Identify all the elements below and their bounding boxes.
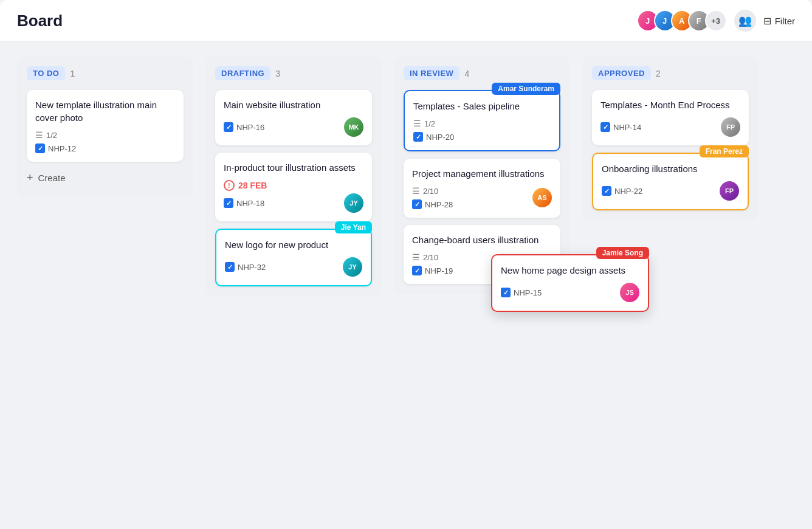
card-avatar-nhp16: MK: [344, 117, 363, 137]
card-id-row-nhp18: NHP-18: [224, 198, 264, 208]
card-id-nhp28: NHP-28: [425, 200, 453, 209]
card-id-nhp12: NHP-12: [48, 144, 76, 153]
card-title-nhp15: New home page design assets: [501, 264, 639, 277]
card-id-nhp18: NHP-18: [236, 199, 264, 208]
card-nhp12[interactable]: New template illustration main cover pho…: [27, 90, 184, 162]
card-avatar-nhp22: FP: [720, 181, 739, 201]
card-subtask-nhp19: ☰ 2/10: [412, 252, 453, 262]
header: Board J J A F +3 👥: [0, 0, 812, 42]
card-title-nhp22: Onboarding illustrations: [602, 162, 739, 175]
card-title-nhp14: Templates - Month End Process: [600, 99, 740, 111]
card-id-row-nhp32: NHP-32: [225, 262, 266, 272]
card-nhp28[interactable]: Project management illustrations ☰ 2/10 …: [404, 159, 560, 218]
card-nhp18[interactable]: In-product tour illustration assets ! 28…: [215, 153, 372, 221]
card-nhp16[interactable]: Main website illustration NHP-16 MK: [215, 90, 372, 145]
page-title: Board: [17, 12, 63, 30]
card-id-row-nhp15: NHP-15: [501, 288, 542, 297]
board-area: TO DO 1 New template illustration main c…: [0, 42, 812, 527]
filter-label: Filter: [775, 16, 795, 26]
jie-yan-badge: Jie Yan: [335, 221, 372, 233]
jamie-song-badge: Jamie Song: [596, 247, 649, 259]
checkbox-icon-nhp16: [224, 122, 233, 132]
column-todo: TO DO 1 New template illustration main c…: [17, 57, 193, 196]
card-id-nhp22: NHP-22: [614, 187, 642, 196]
card-nhp14[interactable]: Templates - Month End Process NHP-14 FP: [592, 90, 749, 145]
card-meta-nhp18: NHP-18 JY: [224, 193, 363, 213]
card-avatar-nhp28: AS: [532, 188, 552, 207]
team-icon-button[interactable]: 👥: [734, 10, 756, 32]
column-count-todo: 1: [70, 69, 75, 78]
card-title-nhp28: Project management illustrations: [412, 167, 552, 180]
column-title-todo: TO DO: [27, 66, 65, 80]
column-title-inreview: IN REVIEW: [404, 66, 459, 80]
card-nhp32[interactable]: Jie Yan New logo for new product NHP-32 …: [215, 229, 372, 286]
card-nhp15[interactable]: Jamie Song New home page design assets N…: [491, 254, 649, 312]
card-id-row-nhp19: NHP-19: [412, 266, 453, 275]
card-title-nhp20: Templates - Sales pipeline: [413, 100, 551, 112]
checkbox-icon-nhp15: [501, 288, 511, 297]
card-id-nhp20: NHP-20: [426, 133, 454, 142]
column-header-drafting: DRAFTING 3: [215, 66, 372, 80]
card-title-nhp18: In-product tour illustration assets: [224, 161, 363, 174]
filter-icon: ⊟: [763, 15, 771, 27]
column-header-todo: TO DO 1: [27, 66, 184, 80]
create-label: Create: [38, 173, 66, 183]
due-date-icon: !: [224, 180, 235, 191]
subtask-icon-nhp19: ☰: [412, 252, 420, 262]
card-meta-nhp22: NHP-22 FP: [602, 181, 739, 201]
checkbox-icon-nhp18: [224, 198, 233, 208]
checkbox-icon-nhp19: [412, 266, 422, 275]
column-approved: APPROVED 2 Templates - Month End Process…: [582, 57, 759, 220]
subtask-icon-nhp20: ☰: [413, 119, 421, 128]
card-meta-nhp15: NHP-15 JS: [501, 283, 639, 302]
card-avatar-nhp18: JY: [344, 193, 363, 213]
card-id-nhp14: NHP-14: [613, 123, 641, 132]
team-icon: 👥: [738, 14, 752, 27]
checkbox-icon-nhp32: [225, 262, 235, 272]
header-right: J J A F +3 👥 ⊟ Filter: [637, 10, 795, 32]
column-count-inreview: 4: [464, 69, 469, 78]
subtask-icon: ☰: [35, 130, 43, 140]
column-drafting: DRAFTING 3 Main website illustration NHP…: [205, 57, 382, 296]
card-subtask-nhp12: ☰ 1/2: [35, 130, 76, 140]
card-nhp22[interactable]: Fran Perez Onboarding illustrations NHP-…: [592, 153, 749, 210]
card-id-row-nhp14: NHP-14: [600, 122, 641, 132]
card-id-row-nhp28: NHP-28: [412, 199, 453, 209]
card-title-nhp19: Change-board users illustration: [412, 233, 552, 246]
card-id-row-nhp22: NHP-22: [602, 186, 642, 196]
checkbox-icon-nhp28: [412, 199, 422, 209]
card-id-row-nhp20: NHP-20: [413, 132, 454, 142]
card-title-nhp16: Main website illustration: [224, 99, 363, 111]
card-meta-nhp32: NHP-32 JY: [225, 257, 362, 277]
fran-perez-badge: Fran Perez: [700, 145, 749, 157]
card-id-row-nhp16: NHP-16: [224, 122, 264, 132]
card-meta-nhp14: NHP-14 FP: [600, 117, 740, 137]
card-nhp20[interactable]: Amar Sunderam Templates - Sales pipeline…: [404, 90, 560, 151]
subtask-icon-nhp28: ☰: [412, 186, 420, 196]
card-title-nhp32: New logo for new product: [225, 238, 362, 251]
column-header-approved: APPROVED 2: [592, 66, 749, 80]
column-title-drafting: DRAFTING: [215, 66, 270, 80]
card-subtask-nhp28: ☰ 2/10: [412, 186, 453, 196]
card-id-nhp16: NHP-16: [236, 123, 264, 132]
card-meta-nhp16: NHP-16 MK: [224, 117, 363, 137]
card-avatar-nhp14: FP: [721, 117, 740, 137]
card-avatar-nhp15: JS: [620, 283, 639, 302]
avatar-count[interactable]: +3: [705, 10, 727, 32]
checkbox-icon-nhp20: [413, 132, 423, 142]
checkbox-icon-nhp14: [600, 122, 610, 132]
due-date-nhp18: ! 28 FEB: [224, 180, 363, 191]
card-title-nhp12: New template illustration main cover pho…: [35, 99, 175, 124]
create-button[interactable]: + Create: [27, 169, 184, 187]
due-date-text: 28 FEB: [238, 181, 267, 190]
app-container: Board J J A F +3 👥: [0, 0, 812, 529]
column-count-drafting: 3: [275, 69, 280, 78]
card-meta-nhp28: ☰ 2/10 NHP-28 AS: [412, 186, 552, 209]
filter-button[interactable]: ⊟ Filter: [763, 15, 795, 27]
card-id-nhp32: NHP-32: [238, 263, 266, 272]
card-avatar-nhp32: JY: [343, 257, 362, 277]
card-id-nhp15: NHP-15: [514, 288, 542, 297]
amar-sunderam-badge: Amar Sunderam: [492, 83, 560, 95]
card-id-nhp19: NHP-19: [425, 266, 453, 275]
card-subtask-nhp20: ☰ 1/2: [413, 119, 454, 128]
